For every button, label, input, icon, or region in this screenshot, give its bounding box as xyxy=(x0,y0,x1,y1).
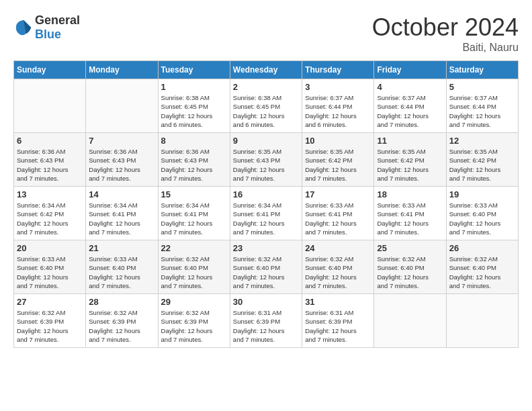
day-number: 14 xyxy=(89,189,154,199)
day-number: 5 xyxy=(449,82,515,92)
day-info: Sunrise: 6:32 AM Sunset: 6:39 PM Dayligh… xyxy=(17,308,83,344)
day-info: Sunrise: 6:34 AM Sunset: 6:41 PM Dayligh… xyxy=(89,201,154,236)
day-info: Sunrise: 6:32 AM Sunset: 6:40 PM Dayligh… xyxy=(449,255,515,290)
day-info: Sunrise: 6:35 AM Sunset: 6:42 PM Dayligh… xyxy=(449,147,515,183)
calendar-cell: 28Sunrise: 6:32 AM Sunset: 6:39 PM Dayli… xyxy=(86,294,158,348)
day-number: 29 xyxy=(161,297,227,307)
day-info: Sunrise: 6:37 AM Sunset: 6:44 PM Dayligh… xyxy=(305,93,371,129)
calendar-cell: 1Sunrise: 6:38 AM Sunset: 6:45 PM Daylig… xyxy=(158,79,230,133)
calendar-cell xyxy=(86,79,158,133)
day-number: 23 xyxy=(233,243,299,253)
calendar-cell: 8Sunrise: 6:36 AM Sunset: 6:43 PM Daylig… xyxy=(158,133,230,187)
logo-blue: Blue xyxy=(35,28,61,41)
calendar-cell: 30Sunrise: 6:31 AM Sunset: 6:39 PM Dayli… xyxy=(230,294,302,348)
logo-general: General xyxy=(35,13,80,27)
day-info: Sunrise: 6:35 AM Sunset: 6:43 PM Dayligh… xyxy=(233,147,299,183)
day-info: Sunrise: 6:31 AM Sunset: 6:39 PM Dayligh… xyxy=(233,308,299,344)
day-number: 25 xyxy=(377,243,443,253)
calendar-cell: 27Sunrise: 6:32 AM Sunset: 6:39 PM Dayli… xyxy=(14,294,86,348)
header-row: Sunday Monday Tuesday Wednesday Thursday… xyxy=(14,61,519,79)
calendar-cell: 2Sunrise: 6:38 AM Sunset: 6:45 PM Daylig… xyxy=(230,79,302,133)
day-number: 19 xyxy=(449,189,515,199)
calendar-week-3: 13Sunrise: 6:34 AM Sunset: 6:42 PM Dayli… xyxy=(14,187,519,240)
day-number: 10 xyxy=(305,136,371,146)
day-number: 8 xyxy=(161,136,227,146)
month-title: October 2024 xyxy=(372,13,519,42)
col-tuesday: Tuesday xyxy=(158,61,230,79)
day-info: Sunrise: 6:32 AM Sunset: 6:40 PM Dayligh… xyxy=(233,255,299,290)
day-number: 2 xyxy=(233,82,299,92)
day-info: Sunrise: 6:36 AM Sunset: 6:43 PM Dayligh… xyxy=(89,147,154,183)
day-number: 11 xyxy=(377,136,443,146)
day-number: 28 xyxy=(89,297,154,307)
day-info: Sunrise: 6:37 AM Sunset: 6:44 PM Dayligh… xyxy=(449,93,515,129)
col-wednesday: Wednesday xyxy=(230,61,302,79)
calendar-table: Sunday Monday Tuesday Wednesday Thursday… xyxy=(13,60,519,348)
calendar-cell: 18Sunrise: 6:33 AM Sunset: 6:41 PM Dayli… xyxy=(374,187,446,240)
calendar-cell: 10Sunrise: 6:35 AM Sunset: 6:42 PM Dayli… xyxy=(302,133,374,187)
calendar-cell: 9Sunrise: 6:35 AM Sunset: 6:43 PM Daylig… xyxy=(230,133,302,187)
calendar-cell xyxy=(14,79,86,133)
calendar-cell xyxy=(446,294,518,348)
calendar-cell: 16Sunrise: 6:34 AM Sunset: 6:41 PM Dayli… xyxy=(230,187,302,240)
day-info: Sunrise: 6:32 AM Sunset: 6:40 PM Dayligh… xyxy=(305,255,371,290)
calendar-cell: 22Sunrise: 6:32 AM Sunset: 6:40 PM Dayli… xyxy=(158,240,230,294)
col-monday: Monday xyxy=(86,61,158,79)
day-number: 6 xyxy=(17,136,83,146)
day-info: Sunrise: 6:33 AM Sunset: 6:40 PM Dayligh… xyxy=(89,255,154,290)
calendar-cell: 26Sunrise: 6:32 AM Sunset: 6:40 PM Dayli… xyxy=(446,240,518,294)
day-number: 27 xyxy=(17,297,83,307)
day-number: 24 xyxy=(305,243,371,253)
calendar-cell xyxy=(374,294,446,348)
day-number: 31 xyxy=(305,297,371,307)
day-info: Sunrise: 6:34 AM Sunset: 6:41 PM Dayligh… xyxy=(233,201,299,236)
calendar-cell: 23Sunrise: 6:32 AM Sunset: 6:40 PM Dayli… xyxy=(230,240,302,294)
day-number: 4 xyxy=(377,82,443,92)
calendar-cell: 21Sunrise: 6:33 AM Sunset: 6:40 PM Dayli… xyxy=(86,240,158,294)
title-area: October 2024 Baiti, Nauru xyxy=(372,13,519,54)
calendar-cell: 13Sunrise: 6:34 AM Sunset: 6:42 PM Dayli… xyxy=(14,187,86,240)
day-number: 15 xyxy=(161,189,227,199)
day-number: 7 xyxy=(89,136,154,146)
day-number: 17 xyxy=(305,189,371,199)
calendar-cell: 4Sunrise: 6:37 AM Sunset: 6:44 PM Daylig… xyxy=(374,79,446,133)
day-info: Sunrise: 6:33 AM Sunset: 6:41 PM Dayligh… xyxy=(305,201,371,236)
day-number: 13 xyxy=(17,189,83,199)
day-number: 26 xyxy=(449,243,515,253)
calendar-week-5: 27Sunrise: 6:32 AM Sunset: 6:39 PM Dayli… xyxy=(14,294,519,348)
calendar-week-1: 1Sunrise: 6:38 AM Sunset: 6:45 PM Daylig… xyxy=(14,79,519,133)
day-info: Sunrise: 6:32 AM Sunset: 6:39 PM Dayligh… xyxy=(89,308,154,344)
logo-icon xyxy=(13,17,34,38)
day-number: 9 xyxy=(233,136,299,146)
day-number: 20 xyxy=(17,243,83,253)
calendar-cell: 5Sunrise: 6:37 AM Sunset: 6:44 PM Daylig… xyxy=(446,79,518,133)
day-number: 18 xyxy=(377,189,443,199)
day-info: Sunrise: 6:34 AM Sunset: 6:42 PM Dayligh… xyxy=(17,201,83,236)
day-info: Sunrise: 6:33 AM Sunset: 6:40 PM Dayligh… xyxy=(449,201,515,236)
calendar-cell: 11Sunrise: 6:35 AM Sunset: 6:42 PM Dayli… xyxy=(374,133,446,187)
day-number: 16 xyxy=(233,189,299,199)
day-number: 22 xyxy=(161,243,227,253)
day-number: 21 xyxy=(89,243,154,253)
col-saturday: Saturday xyxy=(446,61,518,79)
calendar-cell: 19Sunrise: 6:33 AM Sunset: 6:40 PM Dayli… xyxy=(446,187,518,240)
calendar-cell: 7Sunrise: 6:36 AM Sunset: 6:43 PM Daylig… xyxy=(86,133,158,187)
day-info: Sunrise: 6:33 AM Sunset: 6:41 PM Dayligh… xyxy=(377,201,443,236)
calendar-cell: 17Sunrise: 6:33 AM Sunset: 6:41 PM Dayli… xyxy=(302,187,374,240)
calendar-cell: 29Sunrise: 6:32 AM Sunset: 6:39 PM Dayli… xyxy=(158,294,230,348)
location-title: Baiti, Nauru xyxy=(372,42,519,54)
day-info: Sunrise: 6:36 AM Sunset: 6:43 PM Dayligh… xyxy=(17,147,83,183)
day-info: Sunrise: 6:32 AM Sunset: 6:40 PM Dayligh… xyxy=(377,255,443,290)
calendar-cell: 31Sunrise: 6:31 AM Sunset: 6:39 PM Dayli… xyxy=(302,294,374,348)
col-sunday: Sunday xyxy=(14,61,86,79)
calendar-cell: 20Sunrise: 6:33 AM Sunset: 6:40 PM Dayli… xyxy=(14,240,86,294)
day-info: Sunrise: 6:32 AM Sunset: 6:39 PM Dayligh… xyxy=(161,308,227,344)
day-info: Sunrise: 6:36 AM Sunset: 6:43 PM Dayligh… xyxy=(161,147,227,183)
col-thursday: Thursday xyxy=(302,61,374,79)
calendar-cell: 12Sunrise: 6:35 AM Sunset: 6:42 PM Dayli… xyxy=(446,133,518,187)
day-info: Sunrise: 6:38 AM Sunset: 6:45 PM Dayligh… xyxy=(233,93,299,129)
day-number: 1 xyxy=(161,82,227,92)
calendar-cell: 24Sunrise: 6:32 AM Sunset: 6:40 PM Dayli… xyxy=(302,240,374,294)
day-info: Sunrise: 6:34 AM Sunset: 6:41 PM Dayligh… xyxy=(161,201,227,236)
day-info: Sunrise: 6:32 AM Sunset: 6:40 PM Dayligh… xyxy=(161,255,227,290)
